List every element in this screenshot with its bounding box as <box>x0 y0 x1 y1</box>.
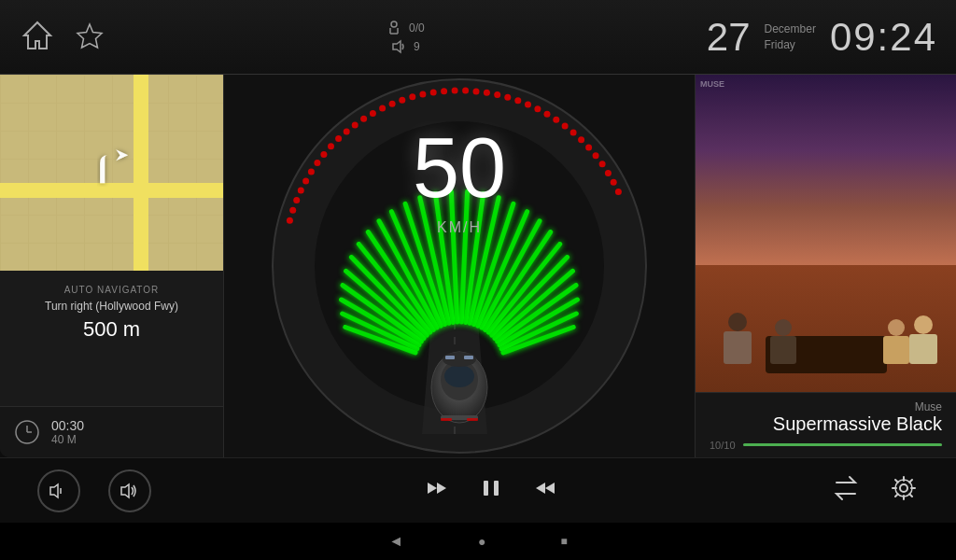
android-nav: ◄ ● ■ <box>0 523 956 560</box>
trip-details: 00:30 40 M <box>51 418 84 446</box>
svg-marker-95 <box>428 483 437 494</box>
svg-rect-97 <box>484 481 488 496</box>
track-number: 10/10 <box>710 440 736 451</box>
top-bar: 0/0 9 27 December Friday 09:24 <box>0 0 956 75</box>
date-weekday: Friday <box>765 37 816 53</box>
svg-marker-99 <box>536 483 545 494</box>
svg-marker-1 <box>77 24 102 48</box>
repeat-icon <box>831 473 861 503</box>
progress-fill <box>743 443 942 446</box>
nav-distance: 500 m <box>14 317 209 342</box>
volume-down-button[interactable] <box>37 469 80 512</box>
settings-button[interactable] <box>889 473 919 508</box>
volume-up-icon <box>120 481 140 501</box>
trip-distance: 40 M <box>51 433 84 446</box>
person-3 <box>883 319 909 364</box>
volume-controls <box>37 469 151 512</box>
body-2 <box>770 336 796 364</box>
svg-rect-91 <box>464 356 473 359</box>
home-nav-button[interactable]: ● <box>478 534 485 549</box>
clock-icon <box>14 419 40 445</box>
extra-controls <box>831 473 919 508</box>
sky-gradient <box>696 75 956 265</box>
pause-button[interactable] <box>478 475 504 506</box>
svg-marker-6 <box>393 41 401 52</box>
svg-rect-87 <box>441 418 452 421</box>
datetime-area: 27 December Friday 09:24 <box>707 15 937 60</box>
top-left-icons <box>19 17 105 58</box>
bottom-controls <box>0 457 956 523</box>
turn-arrow <box>84 139 140 195</box>
svg-rect-90 <box>445 356 455 359</box>
svg-rect-88 <box>467 418 478 421</box>
volume-row: 9 <box>391 39 420 54</box>
rewind-button[interactable] <box>424 475 450 506</box>
svg-marker-96 <box>437 483 446 494</box>
favorite-button[interactable] <box>75 21 105 54</box>
forward-icon <box>532 475 558 501</box>
body-1 <box>724 331 752 364</box>
date-month: December <box>765 21 816 37</box>
body-3 <box>883 336 909 364</box>
svg-point-102 <box>895 480 912 497</box>
head-3 <box>888 319 905 336</box>
speedometer: 50 KM/H <box>263 70 655 462</box>
speedometer-panel: 50 KM/H <box>224 75 695 457</box>
volume-level: 9 <box>414 40 420 53</box>
music-info: Muse Supermassive Black 10/10 <box>696 392 956 457</box>
notification-row: 0/0 <box>387 21 425 35</box>
speed-unit: KM/H <box>437 219 482 236</box>
svg-marker-100 <box>545 483 555 494</box>
forward-button[interactable] <box>532 475 558 506</box>
person-4 <box>909 315 937 364</box>
time-display: 09:24 <box>830 15 937 60</box>
svg-point-2 <box>391 21 397 27</box>
back-button[interactable]: ◄ <box>388 533 403 550</box>
progress-track <box>743 443 942 446</box>
media-panel: MUSE Muse Supermassive Black 10/10 <box>695 75 956 457</box>
svg-marker-92 <box>50 484 58 497</box>
notification-count: 0/0 <box>409 21 425 35</box>
car-image <box>408 350 511 425</box>
date-day: 27 <box>707 15 751 60</box>
top-center-info: 0/0 9 <box>387 21 425 54</box>
content-area: AUTO NAVIGATOR Turn right (Hollywood Fwy… <box>0 75 956 457</box>
navigation-panel: AUTO NAVIGATOR Turn right (Hollywood Fwy… <box>0 75 224 457</box>
settings-icon <box>889 473 919 503</box>
media-video[interactable]: MUSE <box>696 75 956 392</box>
speaker-icon <box>391 39 406 54</box>
map-view[interactable] <box>0 75 223 271</box>
svg-point-85 <box>444 365 474 387</box>
repeat-button[interactable] <box>831 473 861 508</box>
nav-info: AUTO NAVIGATOR Turn right (Hollywood Fwy… <box>0 271 223 356</box>
music-title: Supermassive Black <box>710 413 942 435</box>
svg-marker-94 <box>121 484 129 497</box>
notification-icon <box>387 21 401 35</box>
volume-up-button[interactable] <box>108 469 151 512</box>
music-progress: 10/10 <box>710 440 942 451</box>
nav-title: AUTO NAVIGATOR <box>14 285 209 295</box>
volume-down-icon <box>49 481 69 501</box>
pause-icon <box>478 475 504 501</box>
trip-time: 00:30 <box>51 418 84 433</box>
svg-point-101 <box>900 484 907 492</box>
main-container: 0/0 9 27 December Friday 09:24 <box>0 0 956 560</box>
recents-button[interactable]: ■ <box>561 535 568 548</box>
svg-rect-98 <box>494 481 499 496</box>
head-2 <box>775 319 792 336</box>
svg-marker-0 <box>24 22 50 49</box>
rewind-icon <box>424 475 450 501</box>
body-4 <box>909 334 937 364</box>
head-1 <box>728 313 747 331</box>
music-artist: Muse <box>710 400 942 413</box>
nav-direction: Turn right (Hollywood Fwy) <box>14 300 209 313</box>
head-4 <box>914 315 933 334</box>
watermark: MUSE <box>700 79 724 89</box>
speed-value: 50 <box>413 126 506 210</box>
person-1 <box>724 313 752 364</box>
playback-controls <box>424 475 558 506</box>
date-label: December Friday <box>765 21 816 53</box>
home-button[interactable] <box>19 17 56 58</box>
trip-info: 00:30 40 M <box>0 406 223 457</box>
person-2 <box>770 319 796 364</box>
